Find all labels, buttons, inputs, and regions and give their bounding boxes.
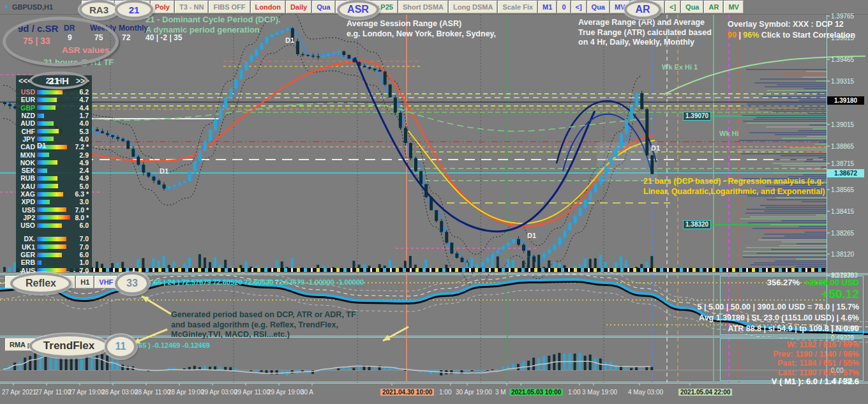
time-label: 30 A [301, 389, 313, 396]
currency-row-nzd[interactable]: NZD1.7 [19, 112, 89, 119]
currency-code: UK1 [19, 243, 37, 251]
toolbar-button-qua[interactable]: Qua [587, 1, 610, 13]
time-label: 28 Apr 11:00 [135, 389, 170, 396]
strength-bar [37, 153, 49, 157]
currency-row-rub[interactable]: RUB4.9 [19, 174, 89, 182]
toolbar-button-0[interactable]: 0 [557, 1, 570, 13]
currency-row-us5[interactable]: US57.0 * [19, 206, 89, 213]
overlay-navy-swing [355, 57, 595, 232]
currency-row-mxn[interactable]: MXN2.9 [19, 151, 89, 158]
strength-value: 4.4 [70, 104, 89, 112]
price-tick: 1.38715 [831, 160, 854, 167]
currency-row-chf[interactable]: CHF5.3 [19, 127, 89, 135]
callout-oval-ar: AR [624, 0, 661, 19]
currency-code: JP2 [19, 214, 37, 221]
currency-row-ger[interactable]: GER6.0 [19, 251, 89, 258]
currency-row-nok[interactable]: NOK4.9 [19, 159, 89, 167]
reflex-button-h1[interactable]: H1 [76, 276, 94, 288]
overlay-symbol-label[interactable]: Overlay Symbol: XXX : DCP 12 [728, 20, 844, 30]
symbol-label[interactable]: ▼ GBPUSD,H1 [0, 0, 82, 14]
currency-code: CAD [19, 143, 37, 151]
strength-bar [37, 168, 47, 173]
toolbar-button--[interactable]: <] [665, 1, 680, 13]
currency-row-sek[interactable]: SEK2.4 [19, 167, 89, 174]
currency-code: EUR [19, 96, 37, 103]
currency-row-xag[interactable]: XAG6.3 * [19, 190, 89, 198]
session-strip [16, 268, 825, 272]
price-tick: 1.39315 [831, 78, 854, 85]
currency-row-uk1[interactable]: UK17.0 [19, 243, 89, 251]
callout-oval-11: 11 [105, 334, 137, 359]
currency-row-jp2[interactable]: JP28.0 * [19, 214, 89, 221]
currency-code: SEK [19, 167, 37, 174]
callout-oval-33: 33 [115, 272, 149, 295]
currency-code: GBP [19, 104, 37, 112]
asr-annotation: Average Session Range (ASR) e.g. London,… [347, 19, 496, 39]
currency-code: MXN [19, 151, 37, 159]
strength-bar [37, 129, 59, 133]
toolbar-button-scale-fix[interactable]: Scale Fix [498, 1, 537, 13]
toolbar-button-long-dsma[interactable]: Long DSMA [449, 1, 497, 13]
currency-code: USD [19, 88, 37, 96]
toolbar-button-mv[interactable]: MV [724, 1, 744, 13]
currency-row-gbp[interactable]: GBP4.4 [19, 104, 89, 112]
callout-oval-21: 21 [115, 0, 153, 19]
correlation-label[interactable]: 99 | 96% Click to Start Correlation [728, 31, 855, 41]
toolbar-button-t3-nn[interactable]: T3 - NN [175, 1, 209, 13]
position-stats-line4: Avg 1.39180 | SL 23.0 (1151.00 USD) | 4.… [638, 313, 859, 322]
currency-row-erb[interactable]: ERB1.0 [19, 258, 89, 266]
currency-strength-panel: <<< 21 H >>> USD6.2EUR4.7GBP4.4NZD1.7AUD… [16, 75, 92, 271]
col-value-monthly: 72 [122, 33, 130, 43]
currency-row-dx[interactable]: DX.7.0 [19, 235, 89, 243]
last-price-box: 1.38672 [827, 169, 864, 177]
strength-value: 6.2 [70, 88, 89, 96]
time-label-highlighted: 2021.04.30 10:00 [380, 389, 434, 396]
level-label-wk-ex-hi-1: Wk Ex Hi 1 [662, 63, 698, 71]
currency-code: XPD [19, 198, 37, 206]
toolbar-button-qua[interactable]: Qua [312, 1, 334, 13]
toolbar-button-daily[interactable]: Daily [286, 1, 311, 13]
toolbar-button-london[interactable]: London [251, 1, 285, 13]
currency-row-cad[interactable]: CAD7.2 * [19, 143, 89, 151]
time-label: 3 M [495, 389, 506, 396]
strength-value: 8.0 * [70, 214, 89, 221]
currency-row-xpd[interactable]: XPD3.0 [19, 198, 89, 206]
strength-value: 5.3 [70, 128, 89, 135]
currency-row-aud[interactable]: AUD4.0 [19, 119, 89, 127]
time-label: 27 Apr 19:00 [68, 389, 105, 396]
reflex-button-vhf[interactable]: VHF [94, 276, 117, 288]
toolbar-button--[interactable]: <] [571, 1, 587, 13]
toolbar-button-short-dsma[interactable]: Short DSMA [398, 1, 448, 13]
symbol-dropdown-icon[interactable]: ▼ [4, 4, 10, 10]
strength-value: 1.7 [70, 112, 89, 119]
dcp-note: 21 - Dominant Cycle Period (DCP).A dynam… [146, 15, 281, 36]
strength-bar [37, 253, 62, 257]
strength-value: 7.2 * [70, 143, 89, 151]
overlay-t3-ma [22, 61, 655, 227]
currency-code: ERB [19, 258, 37, 266]
symbol-text: GBPUSD,H1 [12, 3, 53, 11]
strength-bar [37, 137, 54, 141]
time-label: 29 Apr 19:00 [267, 389, 304, 396]
strength-value: 4.9 [70, 159, 89, 167]
time-label: 29 Apr 11:00 [234, 389, 270, 396]
currency-row-jpy[interactable]: JPY4.0 [19, 135, 89, 143]
toolbar-button-fibs-off[interactable]: FIBS OFF [209, 1, 250, 13]
strength-value: 4.0 [70, 119, 89, 127]
currency-code: GER [19, 251, 37, 258]
daily-open-marker: D1 [285, 36, 294, 44]
overlay-asr-band-mid [83, 103, 652, 131]
toolbar-button-ar[interactable]: AR [704, 1, 723, 13]
currency-row-uso[interactable]: USO6.0 [19, 221, 89, 229]
currency-code: XAG [19, 190, 37, 198]
currency-code: NZD [19, 112, 37, 119]
toolbar-button-m1[interactable]: M1 [538, 1, 557, 13]
strength-value: 5.0 [70, 183, 89, 190]
currency-code: AUD [19, 119, 37, 127]
toolbar-button-poly[interactable]: Poly [151, 1, 174, 13]
currency-row-xau[interactable]: XAU5.0 [19, 183, 89, 190]
strength-value: 4.9 [70, 174, 89, 182]
currency-row-eur[interactable]: EUR4.7 [19, 96, 89, 103]
strength-value: 4.0 [70, 135, 89, 143]
toolbar-button-qua[interactable]: Qua [681, 1, 703, 13]
